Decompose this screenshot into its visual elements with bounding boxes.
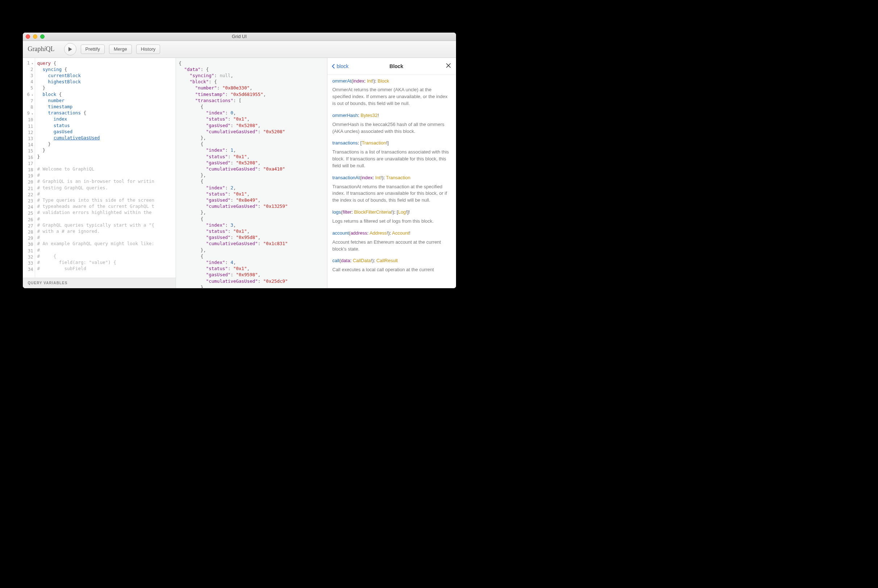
titlebar[interactable]: Grid UI <box>23 33 456 41</box>
chevron-left-icon <box>331 64 336 69</box>
prettify-button[interactable]: Prettify <box>81 45 105 54</box>
content-area: 1 ▾23456 ▾789 ▾1011121314151617181920212… <box>23 58 456 288</box>
toolbar: GraphiQL Prettify Merge History <box>23 41 456 58</box>
doc-description: Account fetches an Ethereum account at t… <box>333 239 451 253</box>
close-icon <box>446 63 451 68</box>
doc-signature[interactable]: ommerHash: Bytes32! <box>333 112 451 119</box>
doc-entry: transactions: [Transaction!] Transaction… <box>333 140 451 169</box>
doc-signature[interactable]: logs(filter: BlockFilterCriteria!): [Log… <box>333 209 451 216</box>
merge-button[interactable]: Merge <box>109 45 132 54</box>
docs-body[interactable]: ommerAt(index: Int!): Block OmmerAt retu… <box>327 75 456 288</box>
docs-back-button[interactable]: block <box>331 63 349 69</box>
doc-description: Transactions is a list of transactions a… <box>333 149 451 170</box>
query-editor-pane: 1 ▾23456 ▾789 ▾1011121314151617181920212… <box>23 58 176 288</box>
logo-text-1: Graph <box>28 45 44 52</box>
docs-pane: block Block ommerAt(index: Int!): Block … <box>327 58 456 288</box>
docs-close-button[interactable] <box>444 62 452 70</box>
graphiql-logo: GraphiQL <box>28 45 55 53</box>
logo-text-2: QL <box>46 45 55 52</box>
doc-signature[interactable]: ommerAt(index: Int!): Block <box>333 78 451 85</box>
doc-entry: account(address: Address!): Account! Acc… <box>333 230 451 253</box>
doc-entry: ommerHash: Bytes32! OmmerHash is the kec… <box>333 112 451 135</box>
doc-entry: logs(filter: BlockFilterCriteria!): [Log… <box>333 209 451 225</box>
doc-description: OmmerHash is the keccak256 hash of all t… <box>333 121 451 135</box>
window-minimize-button[interactable] <box>33 34 37 39</box>
query-variables-header[interactable]: Query Variables <box>23 278 176 288</box>
doc-description: Logs returns a filtered set of logs from… <box>333 218 451 225</box>
doc-description: Call executes a local call operation at … <box>333 267 451 273</box>
doc-description: TransactionAt returns the transaction at… <box>333 184 451 204</box>
play-icon <box>68 47 72 52</box>
traffic-lights <box>26 34 45 39</box>
doc-entry: transactionAt(index: Int!): Transaction … <box>333 174 451 204</box>
doc-entry: call(data: CallData!): CallResult Call e… <box>333 257 451 273</box>
window-title: Grid UI <box>23 34 456 39</box>
docs-back-label: block <box>337 63 349 69</box>
history-button[interactable]: History <box>136 45 160 54</box>
window-close-button[interactable] <box>26 34 30 39</box>
doc-signature[interactable]: transactionAt(index: Int!): Transaction <box>333 174 451 182</box>
editor-code[interactable]: query { syncing { currentBlock highestBl… <box>35 58 176 278</box>
doc-signature[interactable]: account(address: Address!): Account! <box>333 230 451 237</box>
editor-gutter: 1 ▾23456 ▾789 ▾1011121314151617181920212… <box>23 58 35 278</box>
app-window: Grid UI GraphiQL Prettify Merge History … <box>23 33 456 288</box>
doc-signature[interactable]: call(data: CallData!): CallResult <box>333 257 451 264</box>
doc-signature[interactable]: transactions: [Transaction!] <box>333 140 451 147</box>
docs-title: Block <box>348 63 444 69</box>
results-pane[interactable]: { "data": { "syncing": null, "block": { … <box>176 58 327 288</box>
execute-query-button[interactable] <box>64 43 77 56</box>
docs-header: block Block <box>327 58 456 75</box>
doc-description: OmmerAt returns the ommer (AKA uncle) at… <box>333 87 451 107</box>
window-zoom-button[interactable] <box>40 34 45 39</box>
doc-entry: ommerAt(index: Int!): Block OmmerAt retu… <box>333 78 451 107</box>
query-editor[interactable]: 1 ▾23456 ▾789 ▾1011121314151617181920212… <box>23 58 176 278</box>
